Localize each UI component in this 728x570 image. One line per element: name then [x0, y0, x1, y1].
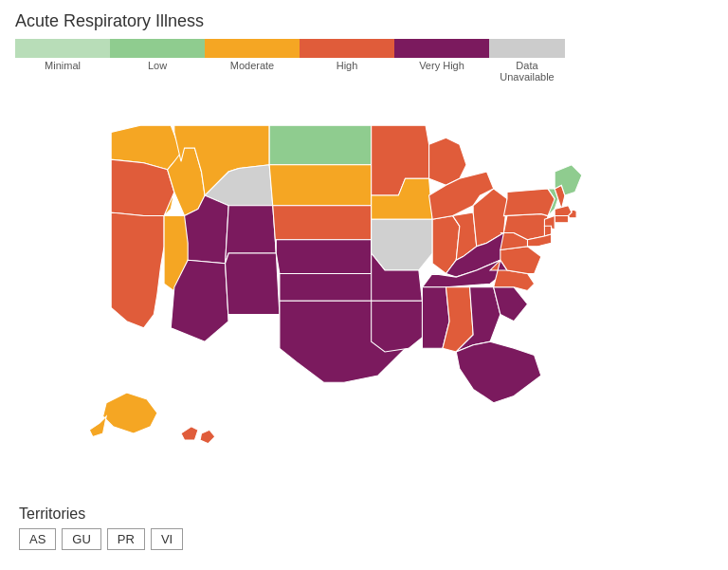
- legend-color-low: [110, 39, 205, 58]
- map-container: [16, 90, 713, 498]
- legend-item-low: Low: [110, 39, 205, 71]
- state-DC[interactable]: [535, 240, 540, 246]
- state-HI2[interactable]: [200, 430, 215, 443]
- state-AK[interactable]: [102, 393, 156, 433]
- state-MO[interactable]: [371, 219, 432, 270]
- territory-btn-PR[interactable]: PR: [107, 528, 145, 550]
- legend-item-moderate: Moderate: [205, 39, 300, 71]
- legend: Minimal Low Moderate High Very High Data…: [15, 39, 713, 83]
- legend-label-minimal: Minimal: [45, 60, 81, 71]
- legend-label-low: Low: [148, 60, 167, 71]
- state-CT[interactable]: [555, 216, 568, 223]
- state-HI[interactable]: [181, 427, 198, 440]
- main-container: Acute Respiratory Illness Minimal Low Mo…: [0, 0, 728, 561]
- state-LA[interactable]: [371, 301, 425, 352]
- state-NM[interactable]: [225, 253, 279, 322]
- legend-item-unavailable: DataUnavailable: [489, 39, 565, 83]
- territories-title: Territories: [19, 506, 713, 523]
- us-map-svg: [16, 90, 713, 498]
- legend-color-unavailable: [489, 39, 565, 58]
- territory-btn-VI[interactable]: VI: [151, 528, 183, 550]
- state-AK-peninsula[interactable]: [89, 416, 106, 437]
- legend-color-minimal: [15, 39, 110, 58]
- legend-label-very-high: Very High: [419, 60, 464, 71]
- territory-btn-AS[interactable]: AS: [19, 528, 56, 550]
- territories-section: Territories AS GU PR VI: [15, 506, 713, 550]
- state-ND[interactable]: [269, 125, 372, 165]
- territory-buttons: AS GU PR VI: [19, 528, 713, 550]
- page-title: Acute Respiratory Illness: [15, 11, 713, 31]
- legend-item-minimal: Minimal: [15, 39, 110, 71]
- legend-label-moderate: Moderate: [230, 60, 274, 71]
- legend-item-high: High: [300, 39, 394, 71]
- state-FL[interactable]: [456, 341, 541, 403]
- state-OK[interactable]: [279, 274, 384, 302]
- legend-item-very-high: Very High: [394, 39, 489, 71]
- state-VA[interactable]: [500, 247, 540, 274]
- state-SD[interactable]: [269, 165, 372, 206]
- legend-color-moderate: [205, 39, 300, 58]
- state-CA[interactable]: [111, 212, 164, 328]
- legend-color-high: [300, 39, 394, 58]
- legend-label-high: High: [337, 60, 358, 71]
- legend-color-very-high: [394, 39, 489, 58]
- territory-btn-GU[interactable]: GU: [62, 528, 101, 550]
- state-KS[interactable]: [276, 240, 371, 274]
- legend-label-unavailable: DataUnavailable: [500, 60, 554, 83]
- state-NY[interactable]: [503, 189, 555, 216]
